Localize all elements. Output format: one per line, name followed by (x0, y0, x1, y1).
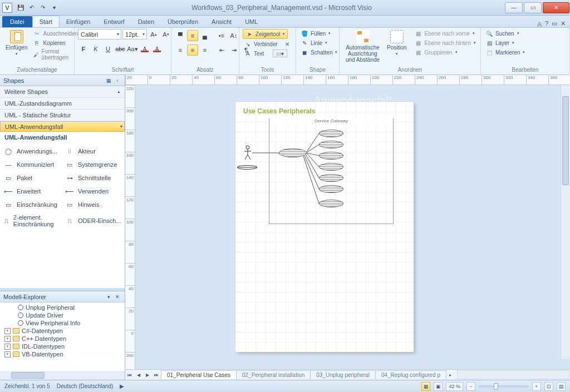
expand-icon[interactable]: + (4, 328, 11, 334)
tab-start[interactable]: Start (32, 16, 60, 27)
cut-button[interactable]: ✂Ausschneiden (32, 29, 79, 38)
shape-item[interactable]: ◯Anwendungs... (2, 145, 61, 157)
tab-ansicht[interactable]: Ansicht (205, 16, 238, 27)
tab-ueberpruefen[interactable]: Überprüfen (161, 16, 205, 27)
macro-indicator[interactable]: ▶ (120, 383, 124, 389)
explorer-close-icon[interactable]: ✕ (114, 293, 121, 301)
shrink-font-button[interactable]: A▾ (160, 29, 171, 40)
bullets-button[interactable]: •≡ (216, 30, 227, 41)
file-tab[interactable]: Datei (2, 16, 32, 27)
page[interactable]: Use Cases Peripherals Service Gateway (235, 102, 414, 352)
qat-redo-icon[interactable]: ↷ (38, 3, 48, 13)
use-case-2[interactable] (319, 141, 343, 148)
next-sheet-button[interactable]: ▶ (143, 370, 152, 379)
shape-item[interactable]: ▭Paket (2, 172, 61, 184)
qat-customize-icon[interactable]: ▾ (49, 3, 59, 13)
case-button[interactable]: Aa▾ (127, 43, 138, 54)
shape-item[interactable]: ▭Einschränkung (2, 199, 61, 211)
shape-item[interactable]: ⟵Verwenden (63, 185, 122, 197)
use-case-1[interactable] (319, 130, 343, 137)
shape-item[interactable]: ⎍ODER-Einsch... (63, 212, 122, 230)
more-shapes-row[interactable]: Weitere Shapes▸ (0, 86, 125, 98)
ribbon-minimize-icon[interactable]: ◬ (537, 20, 542, 27)
italic-button[interactable]: K (90, 43, 101, 54)
qat-save-icon[interactable]: 💾 (16, 3, 26, 13)
shape-item[interactable]: ⟵Erweitert (2, 185, 61, 197)
group-button[interactable]: ▦Gruppieren▾ (414, 48, 477, 57)
increase-indent-button[interactable]: ⇥ (228, 44, 239, 56)
layer-button[interactable]: ▤Layer▾ (484, 38, 515, 47)
shape-item[interactable]: ▭Hinweis (63, 199, 122, 211)
use-case-6[interactable] (319, 185, 343, 193)
align-middle-button[interactable]: ≡ (187, 30, 198, 41)
copy-button[interactable]: ⎘Kopieren (32, 38, 79, 47)
use-case-main[interactable] (279, 148, 307, 157)
text-tool-button[interactable]: AText▭▾ (243, 49, 288, 58)
sheet-tab-1[interactable]: 02_Peripheral installation (236, 370, 311, 379)
align-bottom-button[interactable]: ▄ (199, 30, 210, 41)
zoom-label-button[interactable]: 42 % (446, 382, 463, 391)
fill-button[interactable]: 🪣Füllen▾ (299, 29, 332, 38)
stencil-cat-1[interactable]: UML - Statische Struktur (0, 110, 125, 121)
drawing-surface[interactable]: Anwendungsfall Use Cases Peripherals Ser… (135, 85, 570, 369)
strike-button[interactable]: abc (115, 43, 126, 54)
stencil-cat-0[interactable]: UML-Zustandsdiagramm (0, 98, 125, 110)
select-button[interactable]: ⬚Markieren▾ (484, 48, 526, 57)
use-case-4[interactable] (319, 163, 343, 171)
view-fullscreen-button[interactable]: ▣ (434, 382, 443, 391)
hscrollbar[interactable] (457, 370, 570, 379)
expand-icon[interactable]: + (4, 351, 11, 358)
text-direction-button[interactable]: A↕ (228, 30, 239, 41)
zoom-out-button[interactable]: − (466, 382, 475, 391)
tab-entwurf[interactable]: Entwurf (97, 16, 131, 27)
decrease-indent-button[interactable]: ⇤ (216, 44, 227, 56)
send-backward-button[interactable]: ▦Ebene nach hinten▾ (414, 38, 477, 47)
highlight-button[interactable]: A (139, 43, 150, 54)
explorer-menu-icon[interactable]: ▾ (105, 293, 112, 301)
bold-button[interactable]: F (78, 43, 89, 54)
tree-item[interactable]: Unplug Peripheral (1, 304, 124, 311)
first-sheet-button[interactable]: ⏮ (125, 370, 134, 379)
maximize-button[interactable]: ▭ (524, 2, 542, 13)
auto-align-button[interactable]: Automatische Ausrichtung und Abstände (343, 29, 382, 64)
shadow-button[interactable]: ◼Schatten▾ (299, 48, 338, 57)
expand-icon[interactable]: + (4, 336, 11, 342)
tab-einfuegen[interactable]: Einfügen (60, 16, 97, 27)
align-left-button[interactable]: ≡ (175, 44, 186, 56)
font-name-select[interactable]: Calibri (78, 29, 121, 39)
stencil-cat-2[interactable]: UML-Anwendungsfall (0, 121, 125, 132)
underline-button[interactable]: U (102, 43, 114, 54)
align-top-button[interactable]: ▀ (175, 30, 186, 41)
use-case-5[interactable] (319, 174, 343, 182)
tree-group[interactable]: +IDL-Datentypen (1, 343, 124, 350)
sheet-tab-0[interactable]: 01_Peripheral Use Cases (161, 370, 237, 379)
use-case-3[interactable] (319, 152, 343, 160)
tree-item[interactable]: View Peripheral Info (1, 319, 124, 327)
shape-item[interactable]: ▭Systemgrenze (63, 158, 122, 171)
shape-item[interactable]: ⊶Schnittstelle (63, 172, 122, 184)
line-button[interactable]: ✎Linie▾ (299, 38, 328, 47)
paste-button[interactable]: Einfügen ▾ (3, 29, 30, 57)
language-indicator[interactable]: Deutsch (Deutschland) (57, 383, 114, 389)
actor-shape[interactable] (242, 145, 253, 162)
align-right-button[interactable]: ≡ (199, 44, 210, 56)
zoom-slider[interactable] (479, 385, 529, 388)
tree-group[interactable]: +C++ Datentypen (1, 335, 124, 343)
tree-group[interactable]: +VB-Datentypen (1, 350, 124, 358)
explorer-hscroll[interactable] (0, 371, 125, 380)
expand-icon[interactable]: + (4, 344, 11, 350)
font-size-select[interactable]: 12pt. (122, 29, 147, 39)
position-button[interactable]: Position ▾ (385, 29, 409, 57)
use-case-7[interactable] (319, 200, 343, 207)
help-icon[interactable]: ? (545, 20, 548, 27)
grow-font-button[interactable]: A▴ (148, 29, 159, 40)
close-button[interactable]: ✕ (543, 2, 569, 13)
shape-item[interactable]: 𖨆Akteur (63, 145, 122, 157)
fit-window-button[interactable]: ⊡ (544, 382, 553, 391)
panel-menu-icon[interactable]: ▦ (105, 77, 112, 85)
pointer-tool-button[interactable]: ➤Zeigertool▾ (243, 29, 288, 39)
bring-forward-button[interactable]: ▦Ebene nach vorne▾ (414, 29, 477, 38)
scroll-tabs-button[interactable]: ▸ (446, 370, 455, 379)
close-doc-icon[interactable]: ✕ (561, 20, 566, 27)
prev-sheet-button[interactable]: ◀ (134, 370, 143, 379)
